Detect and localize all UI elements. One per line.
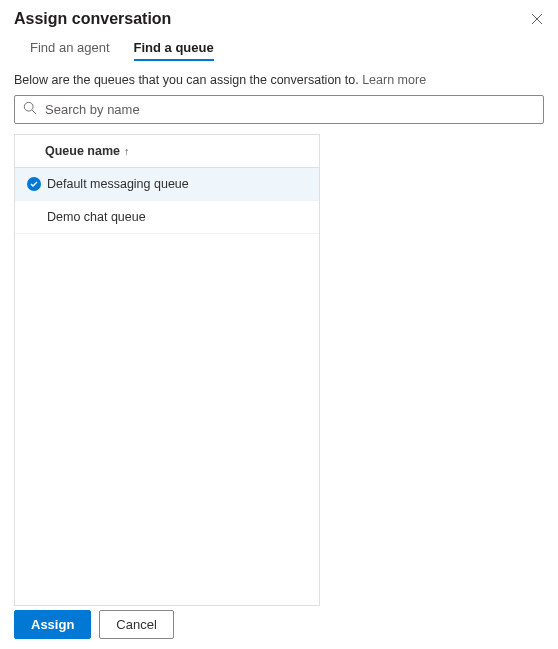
search-input[interactable]: [45, 102, 535, 117]
search-container[interactable]: [14, 95, 544, 124]
checkmark-icon: [27, 177, 41, 191]
search-icon: [23, 101, 37, 118]
footer-actions: Assign Cancel: [14, 610, 174, 639]
assign-button[interactable]: Assign: [14, 610, 91, 639]
svg-point-2: [24, 102, 33, 111]
svg-line-3: [32, 110, 36, 114]
description-text: Below are the queues that you can assign…: [14, 73, 544, 87]
cancel-button[interactable]: Cancel: [99, 610, 173, 639]
queue-name-cell: Default messaging queue: [47, 177, 189, 191]
table-row[interactable]: Demo chat queue: [15, 201, 319, 234]
column-header-queue-name[interactable]: Queue name ↑: [15, 135, 319, 168]
tab-find-queue[interactable]: Find a queue: [134, 34, 214, 61]
queue-name-cell: Demo chat queue: [47, 210, 146, 224]
close-icon[interactable]: [530, 12, 544, 26]
table-row[interactable]: Default messaging queue: [15, 168, 319, 201]
tab-bar: Find an agent Find a queue: [14, 34, 544, 61]
dialog-title: Assign conversation: [14, 10, 171, 28]
queue-table: Queue name ↑ Default messaging queue Dem…: [14, 134, 320, 606]
tab-find-agent[interactable]: Find an agent: [30, 34, 110, 61]
sort-ascending-icon: ↑: [124, 145, 130, 157]
column-header-label: Queue name: [45, 144, 120, 158]
description-body: Below are the queues that you can assign…: [14, 73, 359, 87]
learn-more-link[interactable]: Learn more: [362, 73, 426, 87]
